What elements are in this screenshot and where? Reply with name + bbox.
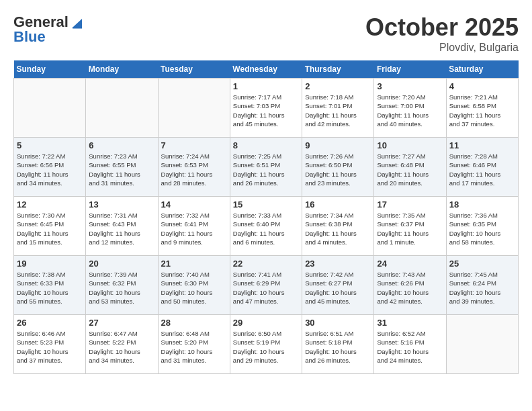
day-info: Sunrise: 7:21 AM Sunset: 6:58 PM Dayligh… [449, 93, 515, 128]
day-info: Sunrise: 7:30 AM Sunset: 6:45 PM Dayligh… [17, 211, 83, 246]
day-info: Sunrise: 7:45 AM Sunset: 6:24 PM Dayligh… [449, 270, 515, 306]
day-info: Sunrise: 7:31 AM Sunset: 6:43 PM Dayligh… [89, 211, 154, 246]
day-number: 12 [17, 199, 83, 210]
day-info: Sunrise: 7:39 AM Sunset: 6:32 PM Dayligh… [89, 270, 154, 306]
calendar: SundayMondayTuesdayWednesdayThursdayFrid… [13, 60, 519, 374]
calendar-cell: 23Sunrise: 7:42 AM Sunset: 6:27 PM Dayli… [302, 256, 374, 315]
day-info: Sunrise: 7:32 AM Sunset: 6:41 PM Dayligh… [161, 211, 227, 246]
day-number: 23 [305, 259, 371, 269]
calendar-week-row: 1Sunrise: 7:17 AM Sunset: 7:03 PM Daylig… [14, 79, 519, 138]
day-number: 2 [305, 81, 371, 91]
calendar-cell: 28Sunrise: 6:48 AM Sunset: 5:20 PM Dayli… [158, 315, 230, 374]
calendar-cell: 10Sunrise: 7:27 AM Sunset: 6:48 PM Dayli… [374, 138, 446, 197]
calendar-week-row: 26Sunrise: 6:46 AM Sunset: 5:23 PM Dayli… [14, 315, 519, 374]
calendar-header-row: SundayMondayTuesdayWednesdayThursdayFrid… [14, 60, 519, 79]
day-info: Sunrise: 7:28 AM Sunset: 6:46 PM Dayligh… [449, 152, 515, 187]
page-header: General Blue October 2025 Plovdiv, Bulga… [13, 13, 519, 54]
day-info: Sunrise: 7:41 AM Sunset: 6:29 PM Dayligh… [233, 270, 299, 306]
day-info: Sunrise: 7:18 AM Sunset: 7:01 PM Dayligh… [305, 93, 371, 128]
day-info: Sunrise: 7:22 AM Sunset: 6:56 PM Dayligh… [17, 152, 83, 187]
calendar-cell: 17Sunrise: 7:35 AM Sunset: 6:37 PM Dayli… [374, 197, 446, 256]
calendar-cell: 14Sunrise: 7:32 AM Sunset: 6:41 PM Dayli… [158, 197, 230, 256]
day-info: Sunrise: 7:40 AM Sunset: 6:30 PM Dayligh… [161, 270, 227, 306]
day-number: 4 [449, 81, 515, 91]
day-info: Sunrise: 7:38 AM Sunset: 6:33 PM Dayligh… [17, 270, 83, 306]
svg-marker-0 [73, 19, 82, 27]
day-info: Sunrise: 7:43 AM Sunset: 6:26 PM Dayligh… [377, 270, 443, 306]
day-number: 7 [161, 140, 227, 150]
day-number: 30 [305, 318, 371, 328]
day-number: 27 [89, 318, 154, 328]
calendar-cell: 30Sunrise: 6:51 AM Sunset: 5:18 PM Dayli… [302, 315, 374, 374]
calendar-cell: 6Sunrise: 7:23 AM Sunset: 6:55 PM Daylig… [86, 138, 158, 197]
day-info: Sunrise: 7:42 AM Sunset: 6:27 PM Dayligh… [305, 270, 371, 306]
day-number: 1 [233, 81, 299, 91]
day-info: Sunrise: 7:34 AM Sunset: 6:38 PM Dayligh… [305, 211, 371, 246]
calendar-cell [446, 315, 518, 374]
calendar-cell: 4Sunrise: 7:21 AM Sunset: 6:58 PM Daylig… [446, 79, 518, 138]
weekday-header-saturday: Saturday [446, 60, 518, 79]
calendar-cell [86, 79, 158, 138]
day-number: 19 [17, 259, 83, 269]
calendar-cell: 11Sunrise: 7:28 AM Sunset: 6:46 PM Dayli… [446, 138, 518, 197]
logo-text-blue: Blue [13, 28, 46, 46]
day-info: Sunrise: 6:51 AM Sunset: 5:18 PM Dayligh… [305, 329, 371, 365]
calendar-cell: 31Sunrise: 6:52 AM Sunset: 5:16 PM Dayli… [374, 315, 446, 374]
day-number: 18 [449, 199, 515, 210]
svg-rect-1 [73, 27, 82, 29]
day-number: 17 [377, 199, 443, 210]
calendar-cell: 12Sunrise: 7:30 AM Sunset: 6:45 PM Dayli… [14, 197, 86, 256]
weekday-header-sunday: Sunday [14, 60, 86, 79]
calendar-cell: 18Sunrise: 7:36 AM Sunset: 6:35 PM Dayli… [446, 197, 518, 256]
day-info: Sunrise: 6:46 AM Sunset: 5:23 PM Dayligh… [17, 329, 83, 365]
day-info: Sunrise: 7:25 AM Sunset: 6:51 PM Dayligh… [233, 152, 299, 187]
title-section: October 2025 Plovdiv, Bulgaria [365, 13, 519, 54]
calendar-cell: 29Sunrise: 6:50 AM Sunset: 5:19 PM Dayli… [230, 315, 302, 374]
calendar-cell: 26Sunrise: 6:46 AM Sunset: 5:23 PM Dayli… [14, 315, 86, 374]
day-info: Sunrise: 7:23 AM Sunset: 6:55 PM Dayligh… [89, 152, 154, 187]
calendar-cell: 22Sunrise: 7:41 AM Sunset: 6:29 PM Dayli… [230, 256, 302, 315]
day-info: Sunrise: 7:26 AM Sunset: 6:50 PM Dayligh… [305, 152, 371, 187]
calendar-cell: 25Sunrise: 7:45 AM Sunset: 6:24 PM Dayli… [446, 256, 518, 315]
day-info: Sunrise: 7:17 AM Sunset: 7:03 PM Dayligh… [233, 93, 299, 128]
day-number: 5 [17, 140, 83, 150]
calendar-week-row: 19Sunrise: 7:38 AM Sunset: 6:33 PM Dayli… [14, 256, 519, 315]
calendar-cell: 24Sunrise: 7:43 AM Sunset: 6:26 PM Dayli… [374, 256, 446, 315]
day-info: Sunrise: 7:33 AM Sunset: 6:40 PM Dayligh… [233, 211, 299, 246]
month-title: October 2025 [365, 13, 519, 42]
calendar-cell: 5Sunrise: 7:22 AM Sunset: 6:56 PM Daylig… [14, 138, 86, 197]
weekday-header-friday: Friday [374, 60, 446, 79]
calendar-cell: 9Sunrise: 7:26 AM Sunset: 6:50 PM Daylig… [302, 138, 374, 197]
day-info: Sunrise: 6:52 AM Sunset: 5:16 PM Dayligh… [377, 329, 443, 365]
weekday-header-thursday: Thursday [302, 60, 374, 79]
day-info: Sunrise: 7:24 AM Sunset: 6:53 PM Dayligh… [161, 152, 227, 187]
day-info: Sunrise: 6:47 AM Sunset: 5:22 PM Dayligh… [89, 329, 154, 365]
calendar-cell [158, 79, 230, 138]
day-number: 29 [233, 318, 299, 328]
day-number: 11 [449, 140, 515, 150]
day-info: Sunrise: 7:35 AM Sunset: 6:37 PM Dayligh… [377, 211, 443, 246]
day-number: 26 [17, 318, 83, 328]
day-number: 22 [233, 259, 299, 269]
day-number: 14 [161, 199, 227, 210]
calendar-cell: 27Sunrise: 6:47 AM Sunset: 5:22 PM Dayli… [86, 315, 158, 374]
day-number: 20 [89, 259, 154, 269]
weekday-header-tuesday: Tuesday [158, 60, 230, 79]
logo: General Blue [13, 13, 85, 46]
calendar-week-row: 5Sunrise: 7:22 AM Sunset: 6:56 PM Daylig… [14, 138, 519, 197]
calendar-week-row: 12Sunrise: 7:30 AM Sunset: 6:45 PM Dayli… [14, 197, 519, 256]
calendar-cell: 7Sunrise: 7:24 AM Sunset: 6:53 PM Daylig… [158, 138, 230, 197]
day-number: 6 [89, 140, 154, 150]
calendar-cell: 20Sunrise: 7:39 AM Sunset: 6:32 PM Dayli… [86, 256, 158, 315]
day-number: 16 [305, 199, 371, 210]
weekday-header-monday: Monday [86, 60, 158, 79]
day-info: Sunrise: 6:50 AM Sunset: 5:19 PM Dayligh… [233, 329, 299, 365]
day-number: 31 [377, 318, 443, 328]
calendar-cell [14, 79, 86, 138]
day-info: Sunrise: 7:27 AM Sunset: 6:48 PM Dayligh… [377, 152, 443, 187]
calendar-cell: 13Sunrise: 7:31 AM Sunset: 6:43 PM Dayli… [86, 197, 158, 256]
location: Plovdiv, Bulgaria [365, 42, 519, 54]
day-info: Sunrise: 6:48 AM Sunset: 5:20 PM Dayligh… [161, 329, 227, 365]
calendar-cell: 16Sunrise: 7:34 AM Sunset: 6:38 PM Dayli… [302, 197, 374, 256]
day-number: 10 [377, 140, 443, 150]
